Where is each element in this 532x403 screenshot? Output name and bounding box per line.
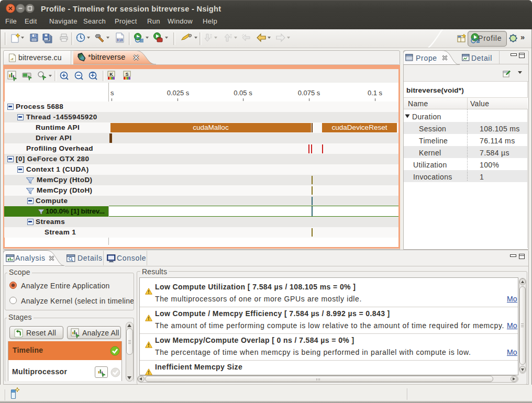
svg-text:S: S bbox=[125, 72, 128, 77]
svg-text:.c: .c bbox=[10, 56, 14, 61]
svg-text:K: K bbox=[109, 72, 113, 77]
svg-text:010: 010 bbox=[117, 38, 123, 42]
